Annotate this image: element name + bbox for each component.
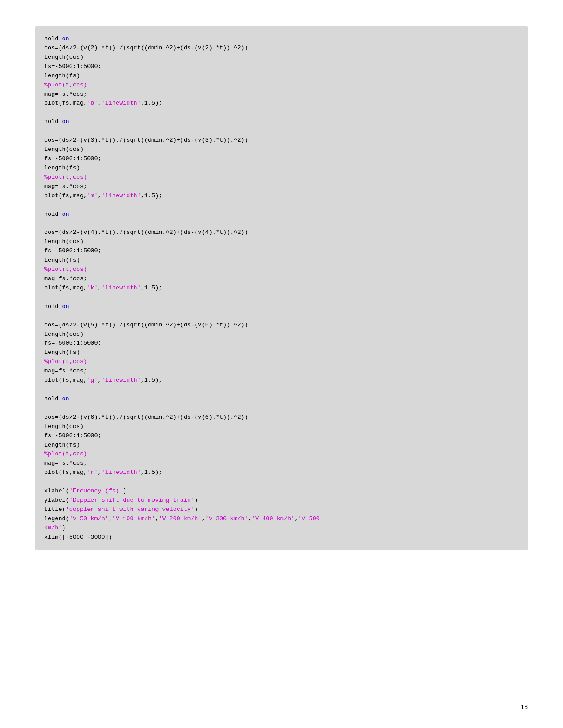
code-block: hold on cos=(ds/2-(v(2).*t))./(sqrt((dmi… (35, 26, 528, 550)
page-number: 13 (521, 703, 528, 710)
page-container: hold on cos=(ds/2-(v(2).*t))./(sqrt((dmi… (0, 0, 563, 728)
